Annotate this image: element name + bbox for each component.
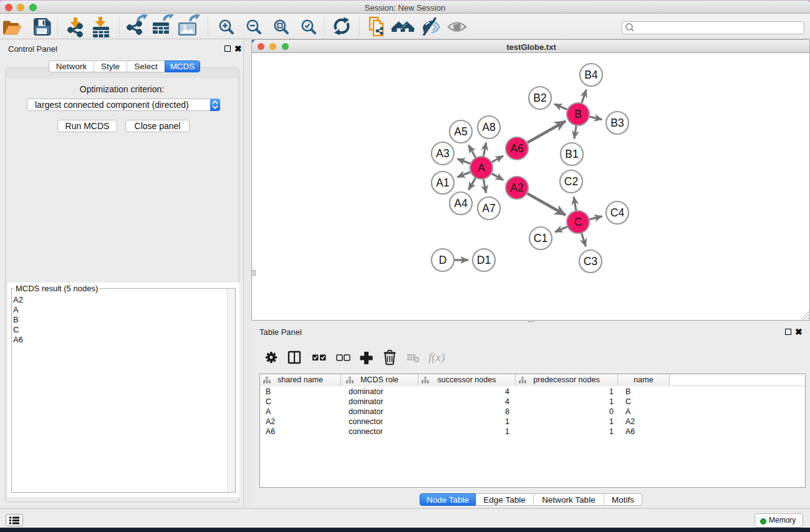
svg-text:C1: C1 [534, 232, 547, 244]
svg-text:B2: B2 [533, 92, 546, 104]
svg-text:D1: D1 [477, 254, 491, 266]
svg-text:B: B [574, 108, 582, 120]
svg-text:A5: A5 [454, 125, 467, 138]
svg-text:A2: A2 [510, 181, 523, 194]
svg-text:A7: A7 [482, 202, 495, 215]
svg-text:A1: A1 [436, 177, 449, 189]
svg-text:C2: C2 [564, 175, 578, 188]
svg-text:D: D [439, 254, 447, 266]
svg-text:f(x): f(x) [428, 351, 445, 364]
svg-text:A4: A4 [454, 197, 468, 210]
svg-text:A3: A3 [436, 147, 449, 160]
svg-text:C4: C4 [610, 206, 625, 219]
svg-text:B3: B3 [610, 117, 624, 129]
svg-text:A: A [478, 162, 485, 174]
svg-text:B4: B4 [584, 69, 598, 81]
svg-text:B1: B1 [565, 148, 578, 160]
svg-text:C: C [574, 216, 582, 228]
svg-text:A8: A8 [482, 121, 495, 133]
svg-text:C3: C3 [584, 255, 597, 268]
svg-text:A6: A6 [510, 142, 523, 155]
